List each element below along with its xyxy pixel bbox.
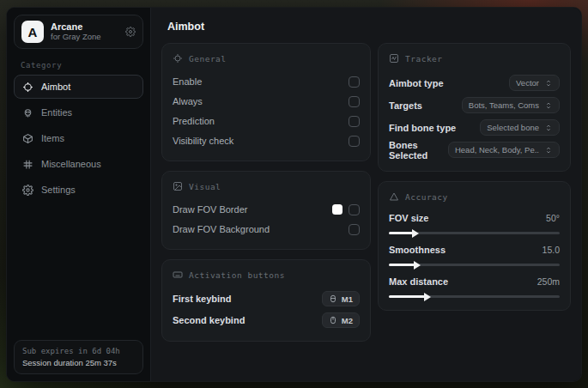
setting-label: Visibility check bbox=[173, 136, 233, 146]
max-distance-slider[interactable] bbox=[389, 295, 560, 298]
subscription-info-card: Sub expires in 6d 04h Session duration 2… bbox=[14, 340, 143, 374]
session-duration-text: Session duration 25m 37s bbox=[22, 358, 135, 367]
setting-row: Second keybind M2 bbox=[173, 310, 360, 330]
sub-expires-text: Sub expires in 6d 04h bbox=[22, 347, 135, 355]
smoothness-slider[interactable] bbox=[389, 264, 560, 266]
sidebar-item-entities[interactable]: Entities bbox=[14, 100, 143, 124]
sidebar-item-aimbot[interactable]: Aimbot bbox=[14, 75, 143, 99]
setting-label: Prediction bbox=[173, 116, 215, 126]
setting-row: Prediction bbox=[173, 112, 360, 130]
draw-fov-border-checkbox[interactable] bbox=[349, 204, 360, 215]
keybind-value: M2 bbox=[342, 316, 353, 325]
general-card: General Enable Always Prediction bbox=[161, 43, 371, 161]
sidebar-item-miscellaneous[interactable]: Miscellaneous bbox=[14, 152, 143, 176]
draw-fov-background-checkbox[interactable] bbox=[349, 224, 360, 235]
card-title: Tracker bbox=[405, 54, 443, 64]
visual-card: Visual Draw FOV Border Draw FOV Backgrou… bbox=[161, 171, 371, 250]
sidebar-nav: Aimbot Entities Items Miscellaneous bbox=[14, 75, 143, 202]
enable-checkbox[interactable] bbox=[349, 76, 360, 88]
card-title: Accuracy bbox=[405, 192, 448, 202]
setting-row: Visibility check bbox=[173, 131, 360, 150]
setting-label: Second keybind bbox=[173, 315, 245, 325]
category-label: Category bbox=[21, 61, 143, 70]
page-title: Aimbot bbox=[167, 21, 571, 33]
slider-fill bbox=[389, 232, 413, 234]
setting-label: Enable bbox=[173, 76, 202, 87]
aimbot-type-select[interactable]: Vector bbox=[509, 75, 560, 91]
entities-icon bbox=[22, 107, 33, 118]
setting-row: Aimbot type Vector bbox=[389, 72, 560, 94]
setting-row: Draw FOV Border bbox=[173, 200, 360, 219]
setting-row: Targets Bots, Teams, Coms bbox=[389, 94, 560, 116]
mouse-icon bbox=[329, 294, 337, 303]
setting-label: Always bbox=[173, 96, 203, 106]
always-checkbox[interactable] bbox=[349, 96, 360, 107]
second-keybind-button[interactable]: M2 bbox=[322, 312, 360, 328]
setting-row: Bones Selected Head, Neck, Body, Pe.. bbox=[389, 139, 560, 161]
sidebar-item-label: Entities bbox=[41, 107, 72, 118]
fov-size-slider[interactable] bbox=[389, 232, 560, 234]
left-column: General Enable Always Prediction bbox=[161, 43, 371, 342]
find-bone-type-select[interactable]: Selected bone bbox=[480, 119, 560, 136]
crosshair-icon bbox=[173, 53, 183, 64]
setting-label: Smoothness bbox=[389, 245, 446, 255]
triangle-icon bbox=[389, 191, 399, 202]
selected-value: Head, Neck, Body, Pe.. bbox=[455, 145, 539, 155]
setting-label: Bones Selected bbox=[389, 140, 448, 161]
setting-label: Draw FOV Background bbox=[173, 224, 270, 234]
activation-buttons-card: Activation buttons First keybind M1 Seco… bbox=[161, 259, 371, 342]
sidebar: A Arcane for Gray Zone Category Aimbot bbox=[7, 8, 151, 381]
slider-thumb[interactable] bbox=[412, 229, 419, 238]
setting-label: Aimbot type bbox=[389, 78, 444, 88]
fov-border-color-swatch[interactable] bbox=[332, 204, 342, 215]
sidebar-item-label: Miscellaneous bbox=[41, 159, 101, 169]
slider-value: 15.0 bbox=[543, 245, 560, 255]
gear-icon bbox=[22, 185, 33, 196]
keybind-value: M1 bbox=[342, 294, 353, 304]
bones-selected-select[interactable]: Head, Neck, Body, Pe.. bbox=[448, 142, 560, 158]
targets-select[interactable]: Bots, Teams, Coms bbox=[462, 97, 560, 113]
visibility-check-checkbox[interactable] bbox=[349, 136, 360, 147]
card-title: General bbox=[189, 54, 227, 64]
selected-value: Bots, Teams, Coms bbox=[469, 100, 539, 110]
card-title: Visual bbox=[189, 182, 221, 191]
first-keybind-button[interactable]: M1 bbox=[322, 291, 360, 306]
accuracy-card: Accuracy FOV size 50° Smoothness bbox=[378, 181, 571, 311]
setting-label: Draw FOV Border bbox=[173, 204, 247, 215]
setting-label: Find bone type bbox=[389, 123, 456, 133]
keyboard-icon bbox=[173, 270, 183, 280]
fov-size-setting: FOV size 50° bbox=[389, 210, 560, 234]
chevrons-up-down-icon bbox=[544, 124, 553, 132]
slider-fill bbox=[389, 264, 415, 266]
setting-row: Enable bbox=[173, 72, 360, 91]
slider-value: 250m bbox=[537, 276, 560, 287]
mouse-icon bbox=[329, 316, 337, 324]
prediction-checkbox[interactable] bbox=[349, 116, 360, 127]
misc-icon bbox=[22, 159, 33, 170]
slider-thumb[interactable] bbox=[424, 293, 431, 301]
sidebar-item-label: Aimbot bbox=[41, 82, 70, 92]
selected-value: Vector bbox=[516, 78, 539, 88]
sidebar-item-label: Items bbox=[41, 133, 64, 143]
brand-card: A Arcane for Gray Zone bbox=[14, 15, 143, 49]
chevrons-up-down-icon bbox=[544, 146, 553, 155]
image-icon bbox=[173, 181, 183, 191]
main-content: Aimbot General Enable Alw bbox=[151, 8, 581, 381]
setting-row: Always bbox=[173, 92, 360, 111]
setting-row: Find bone type Selected bone bbox=[389, 117, 560, 138]
right-column: Tracker Aimbot type Vector Targets bbox=[378, 43, 571, 342]
gear-icon[interactable] bbox=[125, 27, 136, 37]
setting-row: Draw FOV Background bbox=[173, 220, 360, 239]
sidebar-item-items[interactable]: Items bbox=[14, 126, 143, 150]
setting-label: Targets bbox=[389, 100, 422, 111]
brand-text: Arcane for Gray Zone bbox=[51, 21, 118, 42]
crosshair-icon bbox=[22, 82, 33, 93]
slider-thumb[interactable] bbox=[414, 261, 421, 270]
chevrons-up-down-icon bbox=[544, 101, 553, 110]
sidebar-item-settings[interactable]: Settings bbox=[14, 178, 143, 202]
arcane-menu-window: A Arcane for Gray Zone Category Aimbot bbox=[6, 7, 582, 382]
selected-value: Selected bone bbox=[487, 123, 539, 132]
slider-value: 50° bbox=[546, 213, 560, 223]
brand-logo: A bbox=[21, 21, 44, 43]
brand-subtitle: for Gray Zone bbox=[51, 33, 118, 42]
